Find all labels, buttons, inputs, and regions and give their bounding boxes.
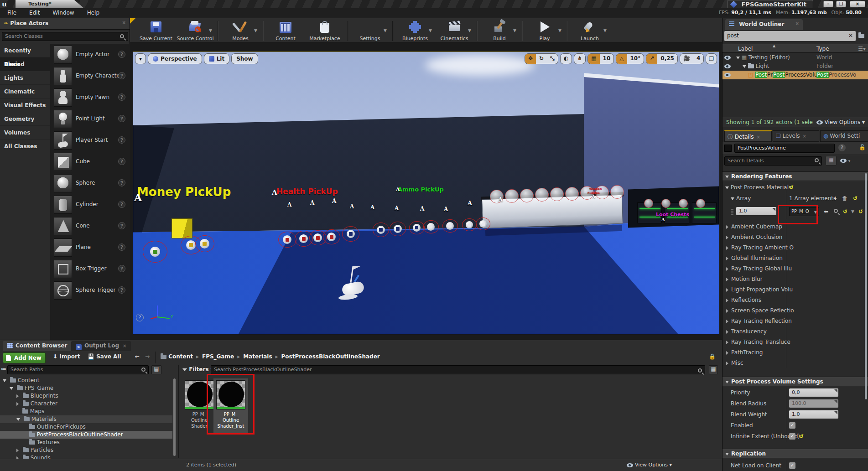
visibility-eye-icon[interactable] (724, 56, 731, 60)
tree-item-label[interactable]: OutlineForPickups (37, 424, 86, 430)
asset-search-input[interactable]: Search PostProcessBlackOutlineShader (211, 365, 705, 374)
collapsed-section-row[interactable]: Ray Tracing Transluce (722, 337, 868, 347)
placeable-actor-item[interactable]: Player Start ? (50, 129, 130, 151)
category-item[interactable]: Visual Effects (0, 98, 50, 112)
net-load-checkbox[interactable]: ✓ (789, 462, 795, 469)
placeable-actor-item[interactable]: Box Trigger ? (50, 258, 130, 279)
rotation-snap-group[interactable]: △ 10° (616, 53, 644, 64)
tree-item-label[interactable]: Particles (31, 447, 54, 453)
visibility-eye-icon[interactable] (724, 73, 731, 77)
enabled-checkbox[interactable]: ✓ (789, 422, 795, 429)
help-icon[interactable]: ? (118, 243, 125, 251)
tab-world-settings[interactable]: ◍ World Setti (820, 130, 868, 142)
property-matrix-icon[interactable]: ▦ (826, 156, 837, 166)
search-classes-input[interactable]: Search Classes (2, 32, 128, 41)
outliner-row-label[interactable]: Light (755, 63, 769, 69)
outliner-row[interactable]: ▦ Testing (Editor) World (722, 53, 868, 62)
chevron-down-icon[interactable]: ▼ (513, 28, 516, 33)
tree-item[interactable]: Character (0, 400, 172, 408)
tree-item-label[interactable]: Textures (37, 439, 60, 445)
forward-button[interactable]: → (145, 353, 150, 360)
text-actor-marker[interactable]: A (468, 200, 472, 207)
camera-speed-group[interactable]: 🎥 4 (680, 53, 704, 64)
scale-tool-icon[interactable]: ⤡ (547, 53, 558, 64)
collapsed-section-row[interactable]: Ray Tracing Global Illu (722, 264, 868, 274)
browse-icon[interactable] (834, 209, 838, 213)
text-actor-marker[interactable]: A (287, 202, 291, 208)
toolbar-button[interactable]: ▼ Cinematics (435, 19, 474, 41)
view-type-icon[interactable]: ▦ (709, 365, 718, 374)
reset-icon[interactable]: ↺ (858, 207, 863, 217)
tree-item-label[interactable]: Character (31, 400, 57, 407)
world-local-toggle[interactable]: ◐ (560, 53, 572, 64)
help-icon[interactable]: ? (118, 222, 125, 229)
menu-item[interactable]: Window (46, 8, 80, 17)
tab-content-browser[interactable]: Content Browser× (3, 341, 79, 351)
collapsed-section-row[interactable]: Ambient Occlusion (722, 232, 868, 243)
lock-icon[interactable]: 🔓 (859, 144, 866, 150)
tree-item[interactable]: OutlineForPickups (0, 423, 172, 431)
import-button[interactable]: ⬇ Import (53, 353, 80, 360)
close-icon[interactable]: × (803, 134, 806, 139)
use-selected-icon[interactable]: ⬅ (824, 207, 828, 217)
tree-item[interactable]: FPS_Game (0, 384, 172, 392)
lit-button[interactable]: Lit (204, 53, 230, 64)
category-item[interactable]: Recently Placed (0, 44, 50, 57)
text-actor-marker[interactable]: A (396, 186, 400, 192)
panel-splitter[interactable] (178, 365, 179, 458)
delete-icon[interactable]: 🗑 (842, 193, 847, 204)
help-icon[interactable]: ? (118, 136, 125, 144)
toolbar-button[interactable]: Content (266, 19, 305, 41)
tree-item-label[interactable]: Materials (31, 416, 57, 422)
toolbar-button[interactable]: ▼ Play (525, 19, 564, 41)
label-column-header[interactable]: Label (738, 46, 753, 52)
expand-arrow-icon[interactable] (736, 57, 740, 59)
reset-icon[interactable]: ↺ (799, 431, 804, 442)
viewport-help-icon[interactable]: ? (136, 314, 144, 321)
tree-item[interactable]: PostProcessBlackOutlineShader (0, 431, 172, 439)
breadcrumb-item[interactable]: Materials (243, 353, 272, 360)
tree-item[interactable]: Blueprints (0, 392, 172, 400)
tree-item-label[interactable]: Content (18, 377, 40, 383)
text-actor-marker[interactable]: A (395, 205, 399, 212)
category-item[interactable]: Basic (0, 57, 50, 71)
help-icon[interactable]: ? (838, 144, 846, 151)
toolbar-button[interactable]: ▼ Launch (570, 19, 609, 41)
help-icon[interactable]: ? (118, 115, 125, 122)
close-button[interactable]: × (850, 1, 865, 7)
search-paths-input[interactable]: Search Paths (7, 365, 149, 374)
placeable-actor-item[interactable]: Plane ? (50, 237, 130, 258)
close-icon[interactable]: × (123, 343, 126, 348)
help-icon[interactable]: ? (118, 93, 125, 101)
breadcrumb-item[interactable]: FPS_Game (202, 353, 234, 360)
breadcrumb-item[interactable]: Content (168, 353, 193, 360)
chevron-down-icon[interactable]: ▼ (429, 28, 432, 33)
tree-item-label[interactable]: PostProcessBlackOutlineShader (37, 431, 123, 438)
section-replication[interactable]: Replication (722, 449, 868, 458)
collapsed-section-row[interactable]: Ray Tracing Reflection (722, 316, 868, 326)
collapsed-section-row[interactable]: PathTracing (722, 347, 868, 358)
placeable-actor-item[interactable]: Cylinder ? (50, 194, 130, 215)
drag-handle[interactable] (731, 209, 733, 215)
element-options-icon[interactable]: ▼ (851, 207, 854, 217)
world-outliner-tab[interactable]: World Outliner × (725, 19, 803, 30)
tree-arrow-icon[interactable] (10, 387, 13, 390)
tree-item[interactable]: Textures (0, 439, 172, 446)
text-actor-marker[interactable]: A (498, 196, 503, 203)
clear-search-icon[interactable]: ✕ (848, 32, 853, 39)
breadcrumb-item[interactable]: PostProcessBlackOutlineShader (281, 353, 380, 360)
chevron-down-icon[interactable]: ▼ (384, 28, 387, 33)
tree-item[interactable]: Sounds (0, 454, 172, 459)
lock-icon[interactable]: 🔒 (709, 353, 716, 360)
toolbar-button[interactable]: ▼ Build (480, 19, 519, 41)
help-icon[interactable]: ? (118, 286, 125, 294)
outliner-selected-row[interactable]: ◳ PostPrPostProcessVolume PostProcessVo (722, 71, 868, 79)
infinite-extent-checkbox[interactable]: ✓ (789, 433, 795, 440)
placeable-actor-item[interactable]: Empty Actor ? (50, 44, 130, 65)
back-button[interactable]: ← (135, 353, 140, 360)
grid-snap-icon[interactable]: ▦ (588, 53, 599, 64)
toolbar-button[interactable]: ▼ Blueprints (395, 19, 435, 41)
toolbar-button[interactable]: Save Current (136, 19, 176, 41)
tree-item[interactable]: Maps (0, 408, 172, 415)
filter-icon[interactable]: ☰▾ (858, 46, 866, 52)
